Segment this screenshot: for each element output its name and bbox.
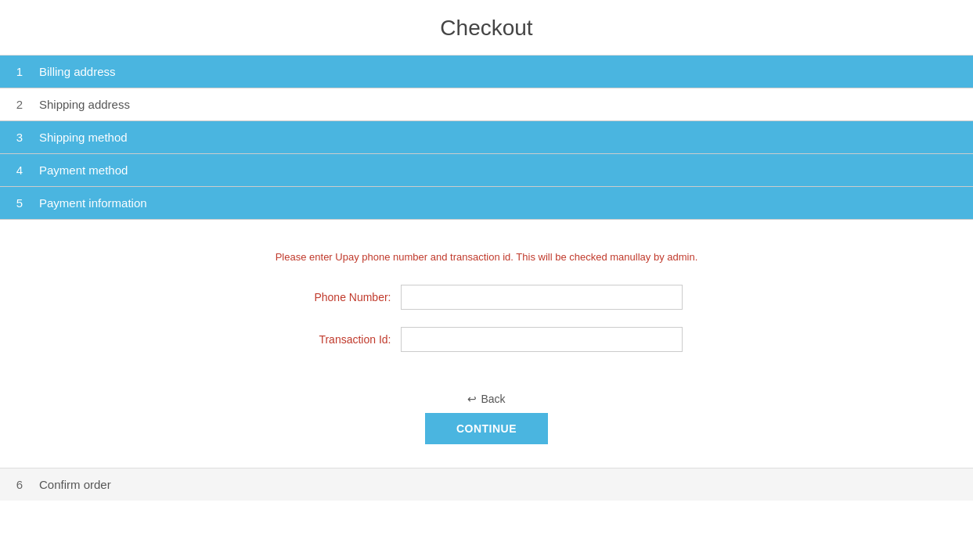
step-2-row: 2 Shipping address [0, 88, 973, 121]
page-title: Checkout [0, 0, 973, 56]
back-icon: ↩ [467, 393, 477, 405]
step-3-number: 3 [0, 131, 39, 144]
continue-button[interactable]: CONTINUE [425, 413, 548, 444]
step-4-number: 4 [0, 163, 39, 177]
step-4-row: 4 Payment method [0, 154, 973, 187]
step-5-label: Payment information [39, 188, 147, 217]
phone-number-label: Phone Number: [291, 291, 401, 303]
action-section: ↩ Back CONTINUE [425, 393, 548, 444]
step-3-row: 3 Shipping method [0, 121, 973, 154]
step-6-number: 6 [0, 478, 39, 491]
step-1-label: Billing address [39, 57, 116, 86]
step-2-number: 2 [0, 98, 39, 111]
back-link[interactable]: ↩ Back [467, 393, 505, 405]
step-1-row: 1 Billing address [0, 56, 973, 88]
step-6-row: 6 Confirm order [0, 468, 973, 501]
transaction-id-label: Transaction Id: [291, 333, 401, 346]
phone-number-input[interactable] [401, 285, 683, 310]
main-content: Please enter Upay phone number and trans… [0, 220, 973, 468]
checkout-steps: 1 Billing address 2 Shipping address 3 S… [0, 56, 973, 220]
step-5-row: 5 Payment information [0, 187, 973, 220]
step-3-label: Shipping method [39, 123, 128, 152]
transaction-id-row: Transaction Id: [291, 327, 683, 352]
phone-number-row: Phone Number: [291, 285, 683, 310]
step-5-number: 5 [0, 196, 39, 210]
back-label: Back [481, 393, 505, 405]
transaction-id-input[interactable] [401, 327, 683, 352]
step-6-label: Confirm order [39, 470, 111, 499]
payment-form: Phone Number: Transaction Id: [291, 285, 683, 369]
instruction-text: Please enter Upay phone number and trans… [276, 251, 698, 263]
step-2-label: Shipping address [39, 90, 130, 119]
step-4-label: Payment method [39, 156, 128, 185]
step-1-number: 1 [0, 65, 39, 78]
